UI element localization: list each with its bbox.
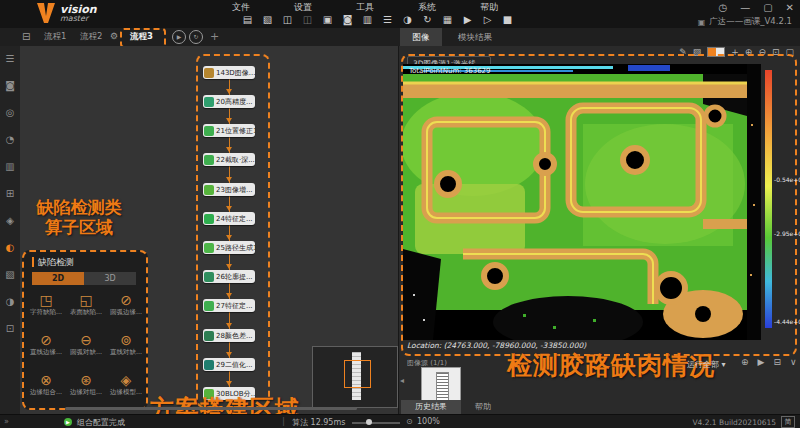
tab-flow1[interactable]: 流程1 xyxy=(44,31,66,43)
wrench-icon[interactable]: ⚙ xyxy=(110,31,118,41)
3d-heightmap-view[interactable] xyxy=(403,64,761,340)
display-mode-icon[interactable]: ▨ xyxy=(693,46,702,58)
tab-flow2[interactable]: 流程2 xyxy=(80,31,102,43)
flow-node[interactable]: 20高精度... xyxy=(203,95,255,108)
expand-icon[interactable]: » xyxy=(4,417,9,426)
operator-surface-defect[interactable]: ◱表面缺陷... xyxy=(66,292,106,317)
loop-icon[interactable]: ↻ xyxy=(420,13,435,26)
flow-node[interactable]: 29二值化... xyxy=(203,358,255,371)
run-all-dropdown[interactable]: 运行全部 ▾ xyxy=(687,359,726,370)
node-icon xyxy=(204,331,214,341)
status-bar: » ▶ 组合配置完成 | 算法 12.95ms ⊙ 100% V4.2.1 Bu… xyxy=(0,414,800,428)
operator-line-pair-defect[interactable]: ⊚直线对缺... xyxy=(106,332,146,357)
open-icon[interactable]: ▧ xyxy=(260,13,275,26)
flow-node[interactable]: 22截取·深... xyxy=(203,153,255,166)
image-process-icon[interactable]: ▧ xyxy=(5,270,14,280)
defect-tab-2d[interactable]: 2D xyxy=(32,272,84,285)
flow-node[interactable]: 25路径生成1 xyxy=(203,241,255,254)
tab-help[interactable]: 帮助 xyxy=(465,400,501,414)
char-defect-icon: ◳ xyxy=(26,292,66,308)
annotation-build-area: 方案搭建区域 xyxy=(150,396,300,414)
tab-image[interactable]: 图像 xyxy=(400,28,442,46)
panel-collapse-icon[interactable]: ☰ xyxy=(6,54,15,64)
flow-arrowhead xyxy=(226,323,232,328)
minimize-button[interactable]: — xyxy=(740,2,750,13)
add-flow-button[interactable]: + xyxy=(210,30,219,43)
operator-arc-pair-defect[interactable]: ⊖圆弧对缺... xyxy=(66,332,106,357)
import-icon[interactable]: ◫ xyxy=(300,13,315,26)
edit-icon[interactable]: ✎ xyxy=(679,46,687,58)
tab-module-result[interactable]: 模块结果 xyxy=(446,28,504,46)
save-icon[interactable]: ▤ xyxy=(240,13,255,26)
operator-edge-pair-group-defect[interactable]: ⊛边缘对组... xyxy=(66,372,106,397)
collapse-strip-icon[interactable]: ◂ xyxy=(400,376,404,385)
export-icon[interactable]: ◫ xyxy=(280,13,295,26)
fit-window-icon[interactable]: ⊡ xyxy=(772,46,780,58)
flow-node[interactable]: 143D图像... xyxy=(203,66,255,79)
flow-node[interactable]: 21位置修正1 xyxy=(203,124,255,137)
operator-edge-model-defect[interactable]: ◈边缘模型... xyxy=(106,372,146,397)
run-icon[interactable]: ▶ xyxy=(758,357,765,367)
camera-icon[interactable]: ◙ xyxy=(340,13,355,26)
canvas-horizontal-scrollbar[interactable] xyxy=(65,407,357,410)
minimap-viewport[interactable] xyxy=(344,360,371,388)
chevron-down-icon[interactable]: ∨ xyxy=(790,357,797,367)
operator-arc-edge-defect[interactable]: ⊘圆弧边缘... xyxy=(106,292,146,317)
flow-node[interactable]: 27特征定... xyxy=(203,299,255,312)
add-icon[interactable]: ⊕ xyxy=(741,357,749,367)
calibration-tools-icon[interactable]: ⊞ xyxy=(6,189,14,199)
zoom-level: 100% xyxy=(417,417,440,426)
flow-list-icon[interactable]: ⊟ xyxy=(22,31,30,42)
zoom-out-icon[interactable]: ⊖ xyxy=(758,46,766,58)
maximize-button[interactable]: ▢ xyxy=(763,2,772,13)
tab-history-result[interactable]: 历史结果 xyxy=(401,400,461,414)
fullscreen-icon[interactable]: ▢ xyxy=(785,46,794,58)
node-icon xyxy=(204,155,214,165)
flow-canvas[interactable]: 143D图像... 20高精度... 21位置修正1 22截取·深... 23图… xyxy=(20,46,398,414)
view-toolbar: ✎ ▨ + ⊕ ⊖ ⊡ ▢ xyxy=(679,46,794,58)
defect-tab-3d[interactable]: 3D xyxy=(84,272,136,285)
contrast-icon[interactable]: ◑ xyxy=(400,13,415,26)
close-button[interactable]: ✕ xyxy=(786,2,794,13)
algorithm-time: 算法 12.95ms xyxy=(292,417,345,428)
loop-run-icon[interactable]: ↻ xyxy=(189,30,203,44)
flow-node[interactable]: 26轮廓提... xyxy=(203,270,255,283)
zoom-in-icon[interactable]: ⊕ xyxy=(745,46,753,58)
alignment-tools-icon[interactable]: ◈ xyxy=(6,216,14,226)
defect-detection-panel: 缺陷检测 2D 3D ◳字符缺陷... ◱表面缺陷... ⊘圆弧边缘... ⊘直… xyxy=(22,250,148,410)
operator-category-rail: ☰ ◙ ◎ ◔ ▥ ⊞ ◈ ◐ ▧ ◑ ⊡ xyxy=(0,46,20,414)
flow-node[interactable]: 24特征定... xyxy=(203,212,255,225)
flow-arrowhead xyxy=(226,264,232,269)
stop-icon[interactable]: ■ xyxy=(500,13,515,26)
language-badge[interactable]: 简 xyxy=(781,416,795,428)
run-once-icon[interactable]: ▷ xyxy=(480,13,495,26)
zoom-slider-knob[interactable] xyxy=(366,419,372,425)
arc-edge-defect-icon: ⊘ xyxy=(106,292,146,308)
acquisition-icon[interactable]: ◙ xyxy=(5,81,15,91)
flow-node[interactable]: 28颜色差... xyxy=(203,329,255,342)
theme-icon[interactable]: ◷ xyxy=(718,2,727,13)
operator-char-defect[interactable]: ◳字符缺陷... xyxy=(26,292,66,317)
recognition-tools-icon[interactable]: ▥ xyxy=(5,162,14,172)
operator-edge-group-defect[interactable]: ⊗边缘组合... xyxy=(26,372,66,397)
defect-tools-icon[interactable]: ◐ xyxy=(6,243,15,253)
zoom-slider[interactable] xyxy=(352,422,400,424)
film-icon[interactable]: ▦ xyxy=(440,13,455,26)
flow-node[interactable]: 23图像增... xyxy=(203,183,255,196)
barcode-icon[interactable]: ▥ xyxy=(360,13,375,26)
preview-icon[interactable]: ▣ xyxy=(320,13,335,26)
delete-icon[interactable]: ⊟ xyxy=(773,357,781,367)
render-toggle[interactable] xyxy=(707,47,725,57)
data-list-icon[interactable]: ☰ xyxy=(380,13,395,26)
tab-flow3[interactable]: 流程3 xyxy=(130,31,153,43)
run-flow-icon[interactable]: ▶ xyxy=(172,30,186,44)
canvas-minimap[interactable] xyxy=(312,346,398,408)
crosshair-icon[interactable]: + xyxy=(731,46,739,58)
logic-tools-icon[interactable]: ⊡ xyxy=(6,324,14,334)
flow-arrowhead xyxy=(226,118,232,123)
location-tools-icon[interactable]: ◎ xyxy=(6,108,15,118)
color-process-icon[interactable]: ◑ xyxy=(6,297,15,307)
run-continuous-icon[interactable]: ▶ xyxy=(460,13,475,26)
operator-line-edge-defect[interactable]: ⊘直线边缘... xyxy=(26,332,66,357)
measure-tools-icon[interactable]: ◔ xyxy=(6,135,15,145)
